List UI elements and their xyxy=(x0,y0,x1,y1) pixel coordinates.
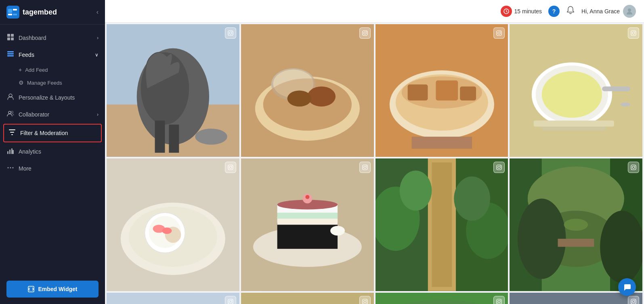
svg-rect-63 xyxy=(534,121,614,127)
svg-rect-122 xyxy=(241,293,374,304)
collaborator-label: Collaborator xyxy=(19,111,93,118)
svg-point-141 xyxy=(632,300,635,303)
notification-bell[interactable] xyxy=(566,6,575,17)
sidebar-item-dashboard[interactable]: Dashboard › xyxy=(0,29,105,46)
svg-rect-140 xyxy=(631,299,636,304)
svg-rect-10 xyxy=(7,53,14,54)
feeds-arrow: ∨ xyxy=(95,52,99,58)
svg-rect-5 xyxy=(7,34,10,37)
sidebar-item-feeds[interactable]: Feeds ∨ xyxy=(0,46,105,63)
header: 15 minutes ? Hi, Anna Grace xyxy=(105,0,644,23)
sidebar-item-personalize[interactable]: Personalize & Layouts xyxy=(0,89,105,106)
svg-point-115 xyxy=(635,165,636,166)
instagram-badge xyxy=(225,27,236,39)
svg-point-126 xyxy=(364,300,366,303)
svg-rect-6 xyxy=(11,34,14,37)
svg-rect-4 xyxy=(13,14,17,15)
svg-point-21 xyxy=(13,167,14,169)
collaborator-arrow: › xyxy=(97,112,99,117)
embed-icon xyxy=(27,285,35,293)
filter-moderation-label: Filter & Moderation xyxy=(20,130,97,136)
sidebar-item-filter-moderation[interactable]: Filter & Moderation xyxy=(3,124,102,142)
sidebar-nav: Dashboard › Feeds ∨ + Add Feed ⚙ Manage … xyxy=(0,25,105,274)
sidebar-item-manage-feeds[interactable]: ⚙ Manage Feeds xyxy=(0,76,105,89)
svg-point-66 xyxy=(632,32,635,34)
analytics-icon xyxy=(6,147,15,156)
instagram-badge xyxy=(225,296,236,304)
grid-item[interactable] xyxy=(241,24,374,157)
svg-point-102 xyxy=(498,166,500,169)
svg-point-99 xyxy=(399,171,432,211)
svg-point-103 xyxy=(500,165,501,166)
svg-point-44 xyxy=(364,32,366,34)
help-button[interactable]: ? xyxy=(548,6,560,17)
instagram-badge xyxy=(628,296,639,304)
svg-point-120 xyxy=(229,300,232,303)
sidebar-header: tagembed ‹ xyxy=(0,0,105,25)
instagram-badge xyxy=(359,296,371,304)
svg-rect-64 xyxy=(542,127,606,131)
svg-point-77 xyxy=(229,166,232,169)
svg-point-56 xyxy=(500,31,501,32)
grid-item[interactable] xyxy=(375,293,508,304)
sidebar-item-analytics[interactable]: Analytics xyxy=(0,143,105,160)
svg-point-88 xyxy=(330,226,345,235)
analytics-label: Analytics xyxy=(19,148,99,155)
grid-item[interactable] xyxy=(375,158,508,291)
manage-feeds-label: Manage Feeds xyxy=(27,80,62,86)
dashboard-label: Dashboard xyxy=(19,35,93,41)
grid-item[interactable] xyxy=(107,293,239,304)
greeting-text: Hi, Anna Grace xyxy=(581,8,620,15)
grid-item[interactable] xyxy=(107,24,239,157)
grid-item[interactable] xyxy=(510,24,642,157)
instagram-badge xyxy=(493,296,505,304)
svg-point-14 xyxy=(11,111,13,113)
sidebar-collapse-button[interactable]: ‹ xyxy=(96,8,99,16)
collaborator-icon xyxy=(6,110,15,119)
svg-point-33 xyxy=(229,32,232,34)
svg-rect-43 xyxy=(363,31,367,35)
grid-item[interactable] xyxy=(375,24,508,157)
svg-rect-113 xyxy=(631,165,636,170)
svg-point-91 xyxy=(366,165,367,166)
svg-point-110 xyxy=(600,210,642,283)
svg-point-87 xyxy=(305,195,309,199)
user-menu[interactable]: Hi, Anna Grace xyxy=(581,5,636,18)
svg-point-114 xyxy=(632,166,635,169)
svg-point-112 xyxy=(564,219,588,231)
personalize-icon xyxy=(6,93,15,102)
chat-button[interactable] xyxy=(618,278,636,296)
timer-widget[interactable]: 15 minutes xyxy=(501,6,542,17)
svg-point-13 xyxy=(8,111,11,114)
svg-rect-81 xyxy=(277,223,337,249)
sidebar-item-more[interactable]: More xyxy=(0,160,105,177)
grid-item[interactable] xyxy=(107,158,239,291)
more-label: More xyxy=(19,165,99,172)
svg-rect-94 xyxy=(432,162,452,287)
svg-point-62 xyxy=(621,102,630,106)
svg-point-20 xyxy=(10,167,11,169)
svg-point-42 xyxy=(263,78,352,131)
svg-point-24 xyxy=(628,8,631,12)
svg-point-55 xyxy=(498,32,500,34)
instagram-badge xyxy=(225,162,236,173)
sidebar-item-collaborator[interactable]: Collaborator › xyxy=(0,106,105,123)
add-feed-icon: + xyxy=(19,67,22,73)
embed-widget-button[interactable]: Embed Widget xyxy=(6,281,99,298)
sidebar-item-add-feed[interactable]: + Add Feed xyxy=(0,63,105,76)
svg-point-134 xyxy=(500,300,501,300)
svg-rect-8 xyxy=(11,37,14,40)
grid-item[interactable] xyxy=(241,293,374,304)
logo-icon xyxy=(6,6,19,19)
svg-point-60 xyxy=(542,71,602,118)
grid-item[interactable] xyxy=(510,158,642,291)
svg-rect-9 xyxy=(7,51,14,52)
grid-item[interactable] xyxy=(241,158,374,291)
filter-icon xyxy=(8,129,16,137)
svg-point-90 xyxy=(364,166,366,169)
svg-point-133 xyxy=(498,300,500,303)
svg-point-52 xyxy=(401,77,482,109)
svg-rect-125 xyxy=(363,299,367,304)
svg-rect-76 xyxy=(228,165,233,170)
svg-point-67 xyxy=(635,31,636,32)
